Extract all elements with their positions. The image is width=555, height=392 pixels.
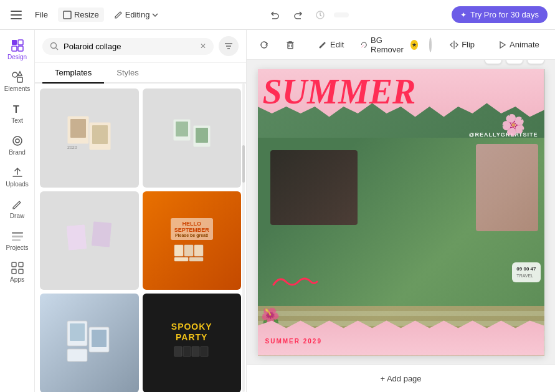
svg-rect-33	[176, 122, 188, 136]
template-item[interactable]: HELLOSEPTEMBER Please be great!	[143, 191, 242, 290]
bg-remover-button[interactable]: BG Remover ★	[355, 33, 423, 57]
svg-rect-41	[174, 257, 188, 261]
draw-icon	[11, 198, 24, 211]
editing-button[interactable]: Editing	[109, 7, 164, 22]
sidebar-item-uploads[interactable]: Uploads	[2, 162, 32, 191]
svg-rect-21	[19, 269, 23, 274]
search-icon	[50, 42, 59, 50]
uploads-label: Uploads	[6, 181, 29, 188]
svg-point-14	[16, 139, 19, 143]
template-item[interactable]: 2020	[40, 88, 139, 188]
canvas-travel-badge: 09 00 47 TRAVEL	[512, 262, 540, 283]
svg-rect-17	[12, 239, 21, 241]
scrollbar-thumb[interactable]	[242, 145, 245, 183]
projects-icon	[11, 229, 24, 243]
template-item[interactable]	[40, 294, 139, 392]
copy-canvas-button[interactable]	[506, 60, 523, 64]
file-menu-button[interactable]: File	[30, 7, 53, 22]
color-circle-white[interactable]	[429, 37, 432, 52]
design-icon	[11, 39, 24, 52]
search-bar: ✕	[35, 30, 246, 63]
lock-canvas-button[interactable]	[485, 60, 502, 64]
scrollbar-track	[242, 84, 245, 392]
top-bar: File Resize Editing ✦ Try Pro for 30 day…	[0, 0, 555, 30]
svg-rect-2	[11, 18, 22, 19]
rotate-button[interactable]	[254, 37, 274, 52]
svg-line-23	[56, 48, 59, 50]
sidebar-item-apps[interactable]: Apps	[2, 257, 32, 287]
apps-icon	[11, 261, 24, 275]
canvas-squiggle	[270, 272, 320, 294]
svg-rect-5	[12, 40, 17, 45]
sidebar-item-design[interactable]: Design	[2, 35, 32, 64]
tab-styles[interactable]: Styles	[104, 63, 151, 84]
svg-rect-38	[174, 245, 183, 256]
add-page-button[interactable]: + Add page	[371, 370, 430, 387]
design-label: Design	[7, 54, 27, 60]
svg-text:2020: 2020	[67, 145, 77, 150]
undo-button[interactable]	[267, 6, 284, 24]
svg-rect-48	[174, 347, 182, 356]
svg-rect-80	[288, 43, 293, 49]
templates-grid: 2020	[40, 88, 241, 392]
svg-point-22	[51, 43, 57, 49]
sync-icon	[311, 6, 329, 24]
clear-search-button[interactable]: ✕	[200, 42, 206, 50]
flip-button[interactable]: Flip	[444, 37, 480, 52]
apps-label: Apps	[10, 276, 24, 283]
sidebar-item-text[interactable]: T Text	[2, 98, 32, 128]
svg-rect-6	[18, 40, 23, 45]
canvas-container: ✕ SUMMER @REALLYGREATSITE	[258, 69, 544, 356]
sidebar-item-elements[interactable]: Elements	[2, 67, 32, 96]
elements-label: Elements	[4, 85, 31, 92]
brand-icon	[11, 134, 24, 148]
svg-rect-28	[70, 119, 86, 138]
projects-label: Projects	[6, 244, 28, 251]
template-item[interactable]	[143, 88, 242, 188]
canvas-area: Edit BG Remover ★ Flip Animate	[247, 30, 555, 392]
template-item[interactable]: SPOOKYPARTY	[143, 294, 242, 392]
resize-button[interactable]: Resize	[58, 7, 104, 22]
text-icon: T	[11, 102, 24, 116]
tab-templates[interactable]: Templates	[42, 63, 104, 84]
svg-point-13	[13, 136, 22, 145]
topbar-right: ✦ Try Pro for 30 days	[452, 6, 548, 23]
topbar-center	[168, 6, 446, 24]
draw-label: Draw	[10, 213, 24, 219]
svg-rect-20	[12, 269, 16, 274]
svg-rect-19	[19, 262, 23, 267]
hamburger-menu-button[interactable]	[7, 6, 25, 24]
sidebar-item-brand[interactable]: Brand	[2, 130, 32, 160]
edit-button[interactable]: Edit	[313, 37, 349, 52]
add-canvas-button[interactable]	[527, 60, 544, 64]
svg-rect-47	[67, 349, 87, 361]
search-input[interactable]	[64, 42, 195, 51]
filter-button[interactable]	[219, 36, 239, 56]
template-item[interactable]	[40, 191, 139, 290]
svg-rect-0	[11, 11, 22, 12]
canvas-person-1	[270, 150, 358, 225]
svg-rect-8	[18, 46, 23, 51]
svg-text:T: T	[13, 104, 19, 115]
canvas-bottom-bar: + Add page	[247, 365, 555, 392]
try-pro-button[interactable]: ✦ Try Pro for 30 days	[452, 6, 548, 23]
sidebar-item-projects[interactable]: Projects	[2, 226, 32, 255]
templates-panel: ✕ Templates Styles 2020	[35, 30, 247, 392]
design-title[interactable]	[334, 12, 349, 17]
main-layout: Design Elements T Text Brand Uploads	[0, 30, 555, 392]
redo-button[interactable]	[289, 6, 306, 24]
canvas-frame[interactable]: ✕ SUMMER @REALLYGREATSITE	[258, 69, 544, 356]
sidebar-item-draw[interactable]: Draw	[2, 194, 32, 223]
svg-rect-15	[12, 232, 23, 234]
svg-rect-44	[70, 323, 85, 341]
canvas-viewport[interactable]: ✕ SUMMER @REALLYGREATSITE	[247, 60, 555, 365]
svg-rect-7	[12, 46, 17, 51]
more-options-button[interactable]	[551, 37, 555, 52]
tabs-row: Templates Styles	[35, 63, 246, 84]
animate-button[interactable]: Animate	[492, 37, 544, 52]
star-icon: ✦	[460, 11, 467, 19]
delete-button[interactable]	[280, 37, 300, 52]
uploads-icon	[11, 166, 24, 179]
pro-badge: ★	[410, 40, 419, 50]
sidebar: Design Elements T Text Brand Uploads	[0, 30, 35, 392]
